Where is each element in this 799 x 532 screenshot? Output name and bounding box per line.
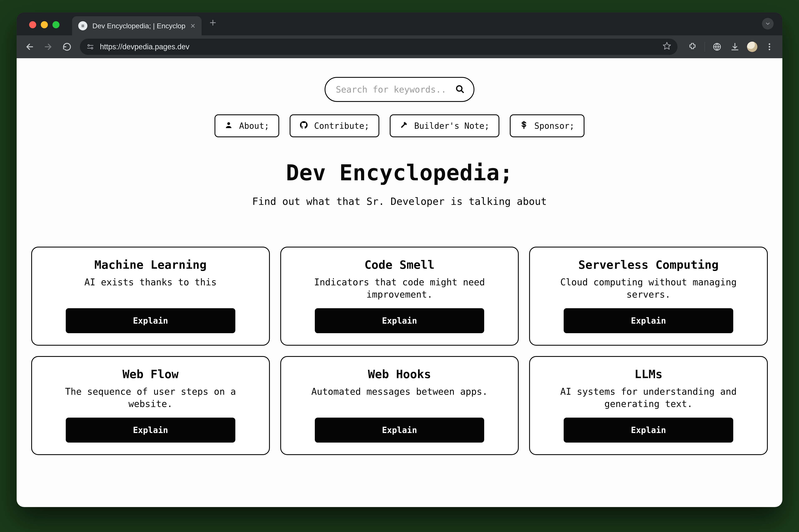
card-desc: Automated messages between apps. <box>294 385 506 410</box>
card-serverless-computing: Serverless Computing Cloud computing wit… <box>529 247 768 346</box>
url-bar[interactable]: https://devpedia.pages.dev <box>80 39 677 55</box>
window-close[interactable] <box>29 21 36 28</box>
hero: Dev Encyclopedia; Find out what that Sr.… <box>29 160 770 207</box>
explain-button[interactable]: Explain <box>564 418 733 442</box>
svg-point-11 <box>768 49 770 50</box>
person-icon <box>224 121 233 131</box>
explain-button[interactable]: Explain <box>564 308 733 333</box>
card-desc: Indicators that code might need improvem… <box>294 276 506 301</box>
nav-builders-note[interactable]: Builder's Note; <box>390 114 499 137</box>
dollar-icon <box>520 121 528 131</box>
tabs-dropdown-button[interactable] <box>762 18 774 30</box>
explain-button[interactable]: Explain <box>315 418 484 442</box>
hero-subtitle: Find out what that Sr. Developer is talk… <box>29 195 770 207</box>
nav-row: About; Contribute; Builder's Note; Spons… <box>29 114 770 137</box>
explain-button[interactable]: Explain <box>315 308 484 333</box>
explain-button[interactable]: Explain <box>66 308 235 333</box>
nav-label: Sponsor; <box>534 121 575 131</box>
extensions-icon[interactable] <box>687 41 698 53</box>
back-button[interactable] <box>24 41 35 53</box>
bookmark-icon[interactable] <box>663 42 671 52</box>
toolbar-separator <box>705 42 705 52</box>
window-fullscreen[interactable] <box>52 21 59 28</box>
favicon-icon: ≡ <box>78 21 87 30</box>
browser-toolbar: https://devpedia.pages.dev <box>17 35 782 58</box>
nav-sponsor[interactable]: Sponsor; <box>510 114 584 137</box>
nav-about[interactable]: About; <box>215 114 279 137</box>
card-grid: Machine Learning AI exists thanks to thi… <box>29 247 770 455</box>
nav-contribute[interactable]: Contribute; <box>290 114 379 137</box>
card-llms: LLMs AI systems for understanding and ge… <box>529 356 768 455</box>
window-minimize[interactable] <box>41 21 48 28</box>
card-title: Web Flow <box>44 367 257 381</box>
github-icon <box>300 121 308 131</box>
svg-point-4 <box>91 48 93 49</box>
page-content: About; Contribute; Builder's Note; Spons… <box>17 58 782 507</box>
explain-button[interactable]: Explain <box>66 418 235 442</box>
nav-label: Contribute; <box>314 121 369 131</box>
browser-tab[interactable]: ≡ Dev Encyclopedia; | Encyclop × <box>72 16 202 35</box>
nav-label: Builder's Note; <box>414 121 489 131</box>
card-desc: AI exists thanks to this <box>44 276 257 301</box>
forward-button[interactable] <box>42 41 54 53</box>
whatsnew-icon[interactable] <box>711 41 723 53</box>
hero-title: Dev Encyclopedia; <box>29 160 770 186</box>
card-desc: Cloud computing without managing servers… <box>542 276 755 301</box>
svg-point-2 <box>88 45 90 46</box>
menu-icon[interactable] <box>764 41 775 53</box>
new-tab-button[interactable]: ＋ <box>207 15 218 30</box>
search-input[interactable] <box>336 84 450 95</box>
site-settings-icon[interactable] <box>86 43 94 51</box>
card-machine-learning: Machine Learning AI exists thanks to thi… <box>31 247 270 346</box>
tab-title: Dev Encyclopedia; | Encyclop <box>92 22 185 30</box>
profile-avatar[interactable] <box>747 42 757 52</box>
svg-line-13 <box>461 91 463 93</box>
tab-strip: ≡ Dev Encyclopedia; | Encyclop × ＋ <box>17 13 782 35</box>
search-box[interactable] <box>324 77 475 102</box>
card-title: Code Smell <box>294 258 506 271</box>
traffic-lights <box>29 21 59 28</box>
card-web-flow: Web Flow The sequence of user steps on a… <box>31 356 270 455</box>
tab-close-icon[interactable]: × <box>190 22 195 30</box>
card-desc: The sequence of user steps on a website. <box>44 385 257 410</box>
browser-window: ≡ Dev Encyclopedia; | Encyclop × ＋ https… <box>17 13 782 507</box>
downloads-icon[interactable] <box>729 41 741 53</box>
svg-point-14 <box>227 122 230 125</box>
card-web-hooks: Web Hooks Automated messages between app… <box>280 356 519 455</box>
svg-point-9 <box>768 43 770 45</box>
card-desc: AI systems for understanding and generat… <box>542 385 755 410</box>
toolbar-right <box>687 41 775 53</box>
url-text: https://devpedia.pages.dev <box>100 42 657 51</box>
card-title: Web Hooks <box>294 367 506 381</box>
card-code-smell: Code Smell Indicators that code might ne… <box>280 247 519 346</box>
search-icon[interactable] <box>455 84 464 94</box>
reload-button[interactable] <box>61 41 73 53</box>
nav-label: About; <box>239 121 269 131</box>
card-title: LLMs <box>542 367 755 381</box>
card-title: Serverless Computing <box>542 258 755 271</box>
svg-point-10 <box>768 46 770 48</box>
hammer-icon <box>400 121 408 131</box>
svg-marker-6 <box>663 42 671 49</box>
card-title: Machine Learning <box>44 258 257 271</box>
